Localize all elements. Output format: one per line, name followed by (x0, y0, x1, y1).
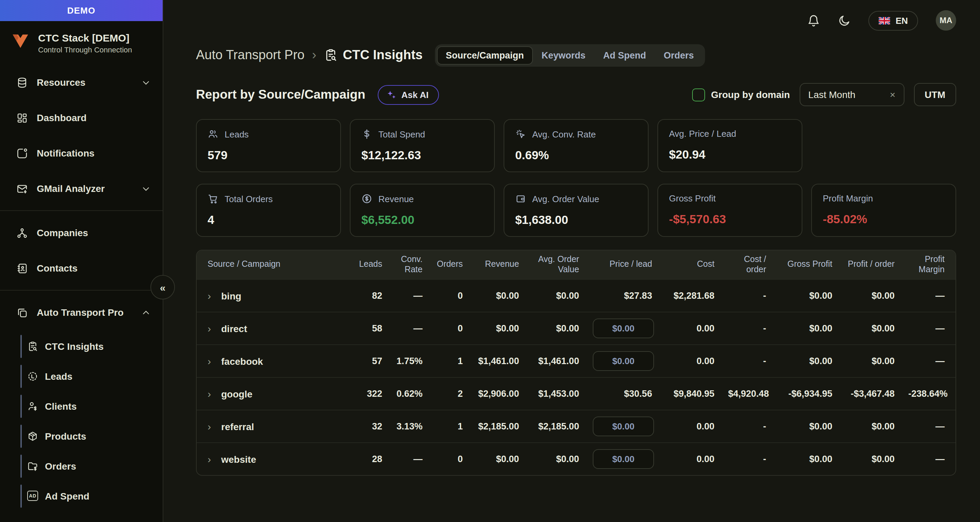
brand-title: CTC Stack [DEMO] (38, 32, 132, 43)
language-selector[interactable]: EN (869, 11, 918, 30)
column-header-profit-order[interactable]: Profit / order (839, 250, 901, 279)
clear-period-icon[interactable]: × (890, 89, 895, 100)
row-expand-icon[interactable]: › (208, 322, 211, 334)
sidebar: DEMO CTC Stack [DEMO] Control Through Co… (0, 0, 163, 522)
cell-profit-order: $0.00 (839, 410, 901, 442)
tab-orders[interactable]: Orders (655, 46, 703, 64)
column-header-profit-margin[interactable]: Profit Margin (901, 250, 956, 279)
sidebar-item-label: CTC Insights (45, 341, 104, 352)
kpi-row-2: Total Orders 4 Revenue $6,552.00 Avg. Or… (196, 184, 956, 237)
row-expand-icon[interactable]: › (208, 453, 211, 465)
row-expand-icon[interactable]: › (208, 388, 211, 399)
column-header-gross-profit[interactable]: Gross Profit (773, 250, 839, 279)
column-header-orders[interactable]: Orders (430, 250, 469, 279)
sidebar-item-ctc-insights[interactable]: CTC Insights (0, 333, 163, 360)
tab-keywords[interactable]: Keywords (533, 46, 595, 64)
uk-flag-icon (878, 17, 890, 24)
sidebar-item-gmail-analyzer[interactable]: GMail Analyzer (0, 173, 163, 204)
cell-cost: 0.00 (659, 410, 721, 442)
tab-ad-spend[interactable]: Ad Spend (595, 46, 655, 64)
wallet-icon (515, 193, 526, 204)
topbar: EN MA (196, 0, 956, 41)
tab-source-campaign[interactable]: Source/Campaign (437, 46, 533, 64)
column-header-avg-order-value[interactable]: Avg. Order Value (526, 250, 586, 279)
sidebar-item-clients[interactable]: Clients (0, 393, 163, 420)
column-header-price-lead[interactable]: Price / lead (586, 250, 659, 279)
cell-price-lead: $30.56 (586, 377, 659, 410)
sidebar-item-ad-spend[interactable]: AD Ad Spend (0, 482, 163, 510)
kpi-label: Leads (224, 129, 249, 139)
cell-cost: $9,840.95 (659, 377, 721, 410)
breadcrumb: Auto Transport Pro › CTC Insights Source… (196, 41, 956, 69)
sidebar-item-resources[interactable]: Resources (0, 67, 163, 97)
cell-cost: 0.00 (659, 312, 721, 344)
dark-mode-moon-icon[interactable] (838, 14, 851, 27)
table-row-google: ›google3220.62%2$2,906.00$1,453.00$30.56… (197, 377, 956, 410)
cell-revenue: $1,461.00 (469, 344, 526, 377)
group-by-domain-checkbox[interactable] (692, 88, 705, 101)
shopping-cart-icon (208, 193, 218, 204)
column-header-conv-rate[interactable]: Conv. Rate (389, 250, 429, 279)
cell-cost: 0.00 (659, 442, 721, 475)
cell-avg-order-value: $1,453.00 (526, 377, 586, 410)
group-by-domain-toggle[interactable]: Group by domain (692, 88, 790, 101)
price-lead-input[interactable]: $0.00 (593, 416, 654, 436)
cell-profit-order: $0.00 (839, 312, 901, 344)
cell-avg-order-value: $0.00 (526, 279, 586, 312)
sidebar-item-products[interactable]: Products (0, 423, 163, 450)
price-lead-input[interactable]: $0.00 (593, 318, 654, 338)
column-header-revenue[interactable]: Revenue (469, 250, 526, 279)
price-lead-input[interactable]: $0.00 (593, 449, 654, 469)
cell-profit-margin: — (901, 279, 956, 312)
row-expand-icon[interactable]: › (208, 420, 211, 432)
users-icon (208, 129, 218, 140)
source-name: referral (221, 421, 254, 432)
cell-conv-rate: — (389, 442, 429, 475)
bell-icon[interactable] (807, 14, 820, 27)
column-header-source-campaign[interactable]: Source / Campaign (197, 250, 350, 279)
ask-ai-label: Ask AI (401, 89, 429, 100)
sidebar-item-contacts[interactable]: Contacts (0, 253, 163, 283)
sidebar-item-label: Products (45, 431, 86, 442)
cell-gross-profit: $0.00 (773, 344, 839, 377)
utm-button[interactable]: UTM (914, 83, 956, 106)
ask-ai-button[interactable]: Ask AI (378, 85, 439, 105)
breadcrumb-separator-icon: › (312, 48, 317, 63)
sidebar-item-auto-transport-pro[interactable]: Auto Transport Pro (0, 298, 163, 327)
report-tabs: Source/Campaign Keywords Ad Spend Orders (435, 44, 705, 66)
column-header-leads[interactable]: Leads (350, 250, 389, 279)
sidebar-collapse-button[interactable]: « (150, 275, 175, 299)
row-expand-icon[interactable]: › (208, 355, 211, 366)
sidebar-item-notifications[interactable]: Notifications (0, 138, 163, 168)
sidebar-item-leads[interactable]: Leads (0, 363, 163, 390)
row-expand-icon[interactable]: › (208, 290, 211, 301)
breadcrumb-project[interactable]: Auto Transport Pro (196, 48, 305, 63)
brand: CTC Stack [DEMO] Control Through Connect… (0, 21, 163, 60)
column-header-cost[interactable]: Cost (659, 250, 721, 279)
cell-cost-order: - (721, 442, 773, 475)
period-value: Last Month (808, 89, 856, 100)
dashboard-icon (16, 112, 28, 124)
report-table-body: ›bing82—0$0.00$0.00$27.83$2,281.68-$0.00… (197, 279, 956, 475)
table-row-facebook: ›facebook571.75%1$1,461.00$1,461.00$0.00… (197, 344, 956, 377)
user-avatar[interactable]: MA (936, 10, 956, 30)
kpi-value: 0.69% (515, 148, 637, 163)
app-window: DEMO CTC Stack [DEMO] Control Through Co… (0, 0, 980, 522)
cell-orders: 2 (430, 377, 469, 410)
cell-avg-order-value: $2,185.00 (526, 410, 586, 442)
sidebar-item-orders[interactable]: Orders (0, 453, 163, 480)
period-select[interactable]: Last Month × (799, 83, 904, 106)
kpi-value: $12,122.63 (361, 148, 483, 163)
sidebar-item-dashboard[interactable]: Dashboard (0, 103, 163, 133)
cell-revenue: $0.00 (469, 442, 526, 475)
kpi-value: $20.94 (669, 148, 791, 162)
sidebar-item-companies[interactable]: Companies (0, 218, 163, 248)
sidebar-item-label: Auto Transport Pro (37, 307, 124, 318)
column-header-cost-order[interactable]: Cost / order (721, 250, 773, 279)
cell-cost-order: $4,920.48 (721, 377, 773, 410)
price-lead-input[interactable]: $0.00 (593, 351, 654, 371)
sidebar-divider (0, 210, 163, 211)
cell-cost-order: - (721, 410, 773, 442)
cell-orders: 1 (430, 410, 469, 442)
cell-gross-profit: $0.00 (773, 410, 839, 442)
